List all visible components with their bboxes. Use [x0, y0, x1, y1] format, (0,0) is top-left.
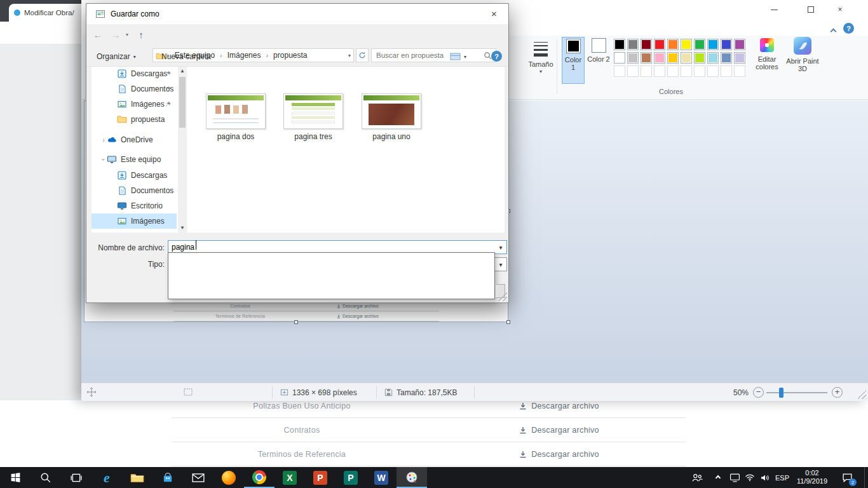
zoom-out-button[interactable]: −: [753, 387, 764, 398]
browser-tab[interactable]: Modificar Obra/: [9, 4, 86, 22]
organize-button[interactable]: Organizar ▾: [94, 50, 139, 63]
filename-dropdown-icon[interactable]: ▾: [495, 244, 506, 251]
color-swatch[interactable]: [694, 39, 705, 50]
color-swatch[interactable]: [667, 39, 679, 50]
taskbar-chrome[interactable]: [244, 467, 275, 488]
recent-locations-dropdown[interactable]: ▾: [123, 32, 131, 37]
taskbar-publisher[interactable]: P: [336, 467, 366, 488]
start-button[interactable]: [0, 467, 31, 488]
sidebar-item-descargas[interactable]: Descargas: [92, 66, 177, 81]
color-swatch[interactable]: [734, 52, 745, 64]
zoom-slider-thumb[interactable]: [779, 388, 783, 398]
taskbar-search-button[interactable]: [31, 467, 61, 488]
sidebar-item-documentos[interactable]: Documentos: [92, 81, 177, 97]
file-item[interactable]: pagina uno: [360, 93, 423, 141]
taskbar-word[interactable]: W: [366, 467, 397, 488]
expand-chevron-icon[interactable]: ›: [100, 136, 107, 144]
color-swatch[interactable]: [627, 65, 639, 77]
canvas-resize-handle-corner[interactable]: [506, 320, 510, 324]
taskbar-mail[interactable]: [183, 467, 214, 488]
color-swatch[interactable]: [734, 39, 745, 50]
sidebar-item-descargas-pc[interactable]: Descargas: [92, 168, 177, 183]
forward-button[interactable]: →: [109, 29, 122, 40]
color-swatch[interactable]: [614, 65, 625, 77]
people-icon[interactable]: [688, 467, 707, 488]
sidebar-scrollbar[interactable]: ▲ ▼: [178, 67, 187, 233]
close-button[interactable]: ×: [825, 0, 855, 19]
dropdown-list-panel[interactable]: [168, 252, 495, 299]
color-swatch[interactable]: [721, 52, 732, 64]
network-icon[interactable]: [727, 467, 742, 488]
action-center-button[interactable]: 2: [836, 467, 858, 488]
taskbar-file-explorer[interactable]: [122, 467, 153, 488]
color-swatch[interactable]: [721, 39, 732, 50]
color-swatch[interactable]: [734, 65, 745, 77]
task-view-button[interactable]: [61, 467, 92, 488]
volume-icon[interactable]: [757, 467, 773, 488]
sidebar-item-escritorio[interactable]: Escritorio: [92, 198, 177, 214]
color1-button[interactable]: Color 1: [562, 37, 585, 84]
taskbar-edge[interactable]: e: [92, 467, 122, 488]
color-swatch[interactable]: [627, 39, 639, 50]
color-swatch[interactable]: [627, 52, 639, 64]
scroll-up-icon[interactable]: ▲: [178, 67, 187, 76]
color-swatch[interactable]: [641, 39, 652, 50]
dialog-close-button[interactable]: ×: [480, 4, 508, 24]
minimize-button[interactable]: [759, 0, 789, 19]
sidebar-item-este-equipo[interactable]: › Este equipo: [92, 152, 177, 167]
color-swatch[interactable]: [707, 39, 719, 50]
taskbar-excel[interactable]: X: [275, 467, 305, 488]
filename-input[interactable]: [168, 243, 473, 252]
taskbar-firefox[interactable]: [214, 467, 244, 488]
sidebar-item-imagenes[interactable]: Imágenes: [92, 97, 177, 112]
up-button[interactable]: ↑: [135, 29, 147, 40]
color-swatch[interactable]: [667, 65, 679, 77]
sidebar-item-documentos-pc[interactable]: Documentos: [92, 183, 177, 198]
taskbar-store[interactable]: [153, 467, 183, 488]
scroll-down-icon[interactable]: ▼: [178, 224, 187, 233]
show-desktop-button[interactable]: [864, 467, 865, 488]
color-swatch[interactable]: [681, 39, 692, 50]
color-swatch[interactable]: [694, 65, 705, 77]
color-swatch[interactable]: [707, 65, 719, 77]
sidebar-item-propuesta[interactable]: propuesta: [92, 112, 177, 127]
download-link[interactable]: Descargar archivo: [432, 402, 686, 410]
resize-grip[interactable]: [857, 390, 866, 399]
taskbar-paint[interactable]: [397, 467, 427, 488]
color-swatch[interactable]: [654, 39, 665, 50]
color-swatch[interactable]: [614, 52, 625, 64]
scrollbar-thumb[interactable]: [179, 77, 186, 128]
language-indicator[interactable]: ESP: [773, 467, 792, 488]
file-item[interactable]: pagina dos: [205, 93, 267, 141]
download-link[interactable]: Descargar archivo: [432, 426, 686, 435]
new-folder-button[interactable]: Nueva carpeta: [159, 50, 214, 63]
change-view-button[interactable]: ▾: [447, 50, 469, 63]
dialog-resize-grip[interactable]: [498, 292, 507, 301]
edit-colors-button[interactable]: Editar colores: [752, 37, 782, 84]
color-swatch[interactable]: [654, 65, 665, 77]
wifi-icon[interactable]: [742, 467, 757, 488]
help-button[interactable]: ?: [843, 23, 854, 34]
clock[interactable]: 0:02 11/9/2019: [792, 467, 832, 488]
sidebar-item-imagenes-pc[interactable]: Imágenes: [92, 214, 177, 229]
color2-button[interactable]: Color 2: [587, 37, 610, 84]
sidebar-item-onedrive[interactable]: › OneDrive: [92, 132, 177, 147]
zoom-in-button[interactable]: +: [832, 387, 843, 398]
collapse-ribbon-button[interactable]: [831, 27, 836, 36]
maximize-button[interactable]: [796, 0, 825, 19]
taskbar-powerpoint[interactable]: P: [305, 467, 336, 488]
hidden-icons-chevron[interactable]: [710, 467, 726, 488]
back-button[interactable]: ←: [92, 29, 104, 40]
color-swatch[interactable]: [667, 52, 679, 64]
color-swatch[interactable]: [694, 52, 705, 64]
color-swatch[interactable]: [614, 39, 625, 50]
size-button[interactable]: Tamaño ▾: [526, 37, 555, 95]
color-swatch[interactable]: [707, 52, 719, 64]
color-swatch[interactable]: [681, 52, 692, 64]
file-item[interactable]: pagina tres: [282, 93, 344, 141]
color-swatch[interactable]: [721, 65, 732, 77]
color-swatch[interactable]: [681, 65, 692, 77]
zoom-slider-track[interactable]: [766, 392, 827, 393]
download-link[interactable]: Descargar archivo: [432, 450, 686, 459]
dialog-help-button[interactable]: ?: [491, 51, 502, 62]
